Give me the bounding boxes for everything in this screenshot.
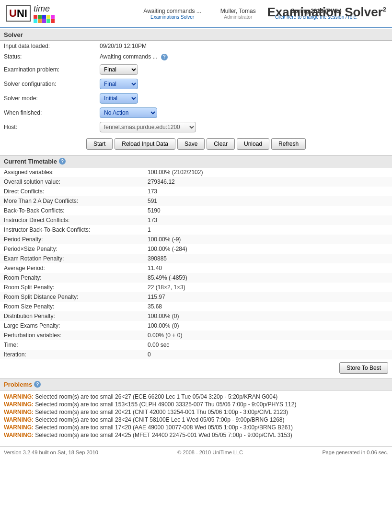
stat-label: More Than 2 A Day Conflicts: bbox=[0, 196, 144, 206]
table-row: Room Split Distance Penalty: 115.97 bbox=[0, 292, 392, 302]
warning-text: Selected room(s) are too small 153<155 (… bbox=[35, 401, 296, 408]
status-row: Status: Awaiting commands ... ? bbox=[0, 51, 392, 62]
unload-button[interactable]: Unload bbox=[237, 138, 269, 150]
logo-box: UNI bbox=[6, 5, 31, 22]
stat-value: 11.40 bbox=[144, 263, 392, 273]
list-item: WARNING: Selected room(s) are too small … bbox=[4, 424, 388, 431]
header-user: Muller, Tomas Administrator bbox=[220, 8, 256, 20]
input-data-label: Input data loaded: bbox=[0, 41, 96, 51]
logo-area: UNI time bbox=[6, 4, 55, 23]
stat-label: Room Penalty: bbox=[0, 273, 144, 283]
stat-label: Period×Size Penalty: bbox=[0, 244, 144, 254]
table-row: Distribution Penalty: 100.00% (0) bbox=[0, 311, 392, 321]
warning-text: Selected room(s) are too small 26<27 (EC… bbox=[35, 393, 277, 400]
exam-problem-select[interactable]: Final bbox=[100, 64, 138, 75]
when-finished-select[interactable]: No Action bbox=[100, 107, 157, 118]
stat-label: Period Penalty: bbox=[0, 235, 144, 244]
table-row: Iteration: 0 bbox=[0, 350, 392, 359]
refresh-button[interactable]: Refresh bbox=[271, 138, 306, 150]
solver-config-select[interactable]: Final bbox=[100, 79, 138, 89]
stat-label: Iteration: bbox=[0, 350, 144, 359]
stat-value: 100.00% (2102/2102) bbox=[144, 167, 392, 177]
stat-value: 35.68 bbox=[144, 302, 392, 311]
table-row: Perturbation variables: 0.00% (0 + 0) bbox=[0, 331, 392, 340]
stat-value: 100.00% (0) bbox=[144, 311, 392, 321]
solver-mode-select[interactable]: Initial bbox=[100, 93, 138, 104]
list-item: WARNING: Selected room(s) are too small … bbox=[4, 401, 388, 408]
warning-label: WARNING: bbox=[4, 416, 34, 423]
warning-text: Selected room(s) are too small 20<21 (CN… bbox=[35, 409, 288, 415]
stat-value: 5190 bbox=[144, 206, 392, 215]
stat-value: 173 bbox=[144, 187, 392, 196]
warning-label: WARNING: bbox=[4, 432, 34, 438]
status-help-icon[interactable]: ? bbox=[161, 54, 168, 60]
stat-label: Room Split Penalty: bbox=[0, 283, 144, 292]
table-row: Time: 0.00 sec bbox=[0, 340, 392, 350]
warning-label: WARNING: bbox=[4, 401, 34, 408]
clear-button[interactable]: Clear bbox=[207, 138, 235, 150]
warning-label: WARNING: bbox=[4, 424, 34, 431]
stat-label: Room Size Penalty: bbox=[0, 302, 144, 311]
store-btn-row: Store To Best bbox=[0, 359, 392, 377]
stat-value: 0.00% (0 + 0) bbox=[144, 331, 392, 340]
reload-input-button[interactable]: Reload Input Data bbox=[115, 138, 175, 150]
stat-label: Assigned variables: bbox=[0, 167, 144, 177]
problems-help-icon[interactable]: ? bbox=[34, 381, 41, 388]
stat-value: 85.49% (-4859) bbox=[144, 273, 392, 283]
header-awaiting-sub: Examinations Solver bbox=[143, 14, 201, 20]
list-item: WARNING: Selected room(s) are too small … bbox=[4, 393, 388, 400]
stat-value: 591 bbox=[144, 196, 392, 206]
timetable-stats-table: Assigned variables: 100.00% (2102/2102) … bbox=[0, 167, 392, 359]
problems-section-header: Problems ? bbox=[0, 378, 392, 390]
solver-mode-label: Solver mode: bbox=[0, 91, 96, 106]
stat-label: Overall solution value: bbox=[0, 177, 144, 187]
save-button[interactable]: Save bbox=[177, 138, 205, 150]
host-row: Host: fennel.smas.purdue.edu:1200 bbox=[0, 120, 392, 134]
stat-label: Room Split Distance Penalty: bbox=[0, 292, 144, 302]
table-row: Large Exams Penalty: 100.00% (0) bbox=[0, 321, 392, 331]
table-row: Room Size Penalty: 35.68 bbox=[0, 302, 392, 311]
list-item: WARNING: Selected room(s) are too small … bbox=[4, 432, 388, 438]
stat-value: 22 (18×2, 1×3) bbox=[144, 283, 392, 292]
when-finished-label: When finished: bbox=[0, 106, 96, 120]
stat-label: Exam Rotation Penalty: bbox=[0, 254, 144, 263]
stat-label: Average Period: bbox=[0, 263, 144, 273]
solver-mode-row: Solver mode: Initial bbox=[0, 91, 392, 106]
table-row: Assigned variables: 100.00% (2102/2102) bbox=[0, 167, 392, 177]
when-finished-row: When finished: No Action bbox=[0, 106, 392, 120]
start-button[interactable]: Start bbox=[86, 138, 113, 150]
store-to-best-button[interactable]: Store To Best bbox=[339, 362, 388, 374]
host-select[interactable]: fennel.smas.purdue.edu:1200 bbox=[100, 122, 196, 132]
table-row: Overall solution value: 279346.12 bbox=[0, 177, 392, 187]
warning-text: Selected room(s) are too small 23<24 (CN… bbox=[35, 416, 284, 423]
app-title: Examination Solver2 bbox=[267, 5, 386, 20]
solver-section-header: Solver bbox=[0, 29, 392, 41]
table-row: Period×Size Penalty: 100.00% (-284) bbox=[0, 244, 392, 254]
table-row: Direct Conflicts: 173 bbox=[0, 187, 392, 196]
stat-value: 100.00% (-9) bbox=[144, 235, 392, 244]
list-item: WARNING: Selected room(s) are too small … bbox=[4, 416, 388, 423]
stat-label: Perturbation variables: bbox=[0, 331, 144, 340]
table-row: Average Period: 11.40 bbox=[0, 263, 392, 273]
input-data-row: Input data loaded: 09/20/10 12:10PM bbox=[0, 41, 392, 51]
table-row: Period Penalty: 100.00% (-9) bbox=[0, 235, 392, 244]
table-row: Exam Rotation Penalty: 390885 bbox=[0, 254, 392, 263]
stat-label: Time: bbox=[0, 340, 144, 350]
logo-time-text: time bbox=[34, 4, 55, 14]
timetable-title: Current Timetable bbox=[4, 158, 57, 165]
problems-title: Problems bbox=[4, 381, 32, 388]
table-row: Instructor Back-To-Back Conflicts: 1 bbox=[0, 225, 392, 235]
header-awaiting-text: Awaiting commands ... bbox=[143, 8, 201, 14]
stat-value: 279346.12 bbox=[144, 177, 392, 187]
exam-problem-label: Examination problem: bbox=[0, 62, 96, 77]
status-value-cell: Awaiting commands ... ? bbox=[96, 51, 392, 62]
table-row: Back-To-Back Conflicts: 5190 bbox=[0, 206, 392, 215]
header-status: Awaiting commands ... Examinations Solve… bbox=[143, 8, 201, 20]
stat-label: Distribution Penalty: bbox=[0, 311, 144, 321]
status-label: Status: bbox=[0, 51, 96, 62]
timetable-help-icon[interactable]: ? bbox=[59, 158, 66, 165]
host-label: Host: bbox=[0, 120, 96, 134]
list-item: WARNING: Selected room(s) are too small … bbox=[4, 409, 388, 415]
footer-generated: Page generated in 0.06 sec. bbox=[322, 449, 388, 455]
header-user-name: Muller, Tomas bbox=[220, 8, 256, 14]
